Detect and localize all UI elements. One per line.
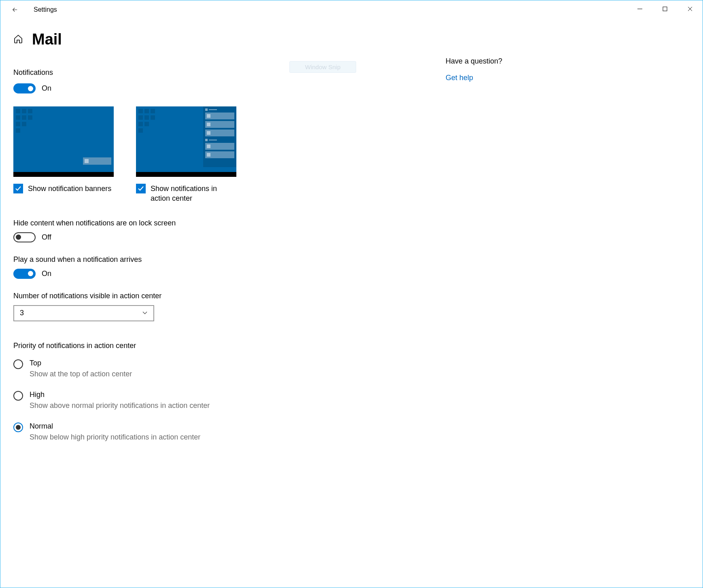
maximize-button[interactable] <box>652 0 678 17</box>
action-center-preview <box>136 106 236 177</box>
play-sound-toggle[interactable] <box>13 269 36 279</box>
svg-rect-1 <box>663 7 667 11</box>
show-action-center-checkbox[interactable] <box>136 184 146 193</box>
hide-content-toggle[interactable] <box>13 232 36 242</box>
page-header: Mail <box>13 31 446 48</box>
page-title: Mail <box>32 31 62 48</box>
priority-title-normal: Normal <box>30 422 200 431</box>
play-sound-label: Play a sound when a notification arrives <box>13 255 446 264</box>
banner-preview <box>13 106 114 177</box>
priority-desc-top: Show at the top of action center <box>30 370 132 378</box>
visible-count-value: 3 <box>20 309 24 317</box>
visible-count-label: Number of notifications visible in actio… <box>13 292 446 300</box>
priority-desc-normal: Show below high priority notifications i… <box>30 433 200 442</box>
window-snip-ghost: Window Snip <box>289 61 356 73</box>
priority-radio-normal[interactable] <box>13 422 23 432</box>
window-controls <box>627 0 703 17</box>
hide-content-state: Off <box>42 233 51 242</box>
notifications-heading: Notifications <box>13 68 446 77</box>
show-banners-checkbox[interactable] <box>13 184 23 193</box>
back-button[interactable] <box>4 0 25 19</box>
check-icon <box>138 185 144 192</box>
visible-count-dropdown[interactable]: 3 <box>13 305 154 321</box>
home-icon <box>13 34 23 44</box>
show-action-center-label: Show notifications in action center <box>151 184 236 204</box>
show-banners-label: Show notification banners <box>28 184 111 193</box>
hide-content-label: Hide content when notifications are on l… <box>13 219 446 227</box>
arrow-left-icon <box>11 6 19 13</box>
check-icon <box>15 185 21 192</box>
minimize-button[interactable] <box>627 0 652 17</box>
chevron-down-icon <box>142 309 148 317</box>
help-heading: Have a question? <box>446 57 502 66</box>
close-icon <box>687 6 693 12</box>
priority-title-high: High <box>30 391 210 399</box>
notifications-toggle[interactable] <box>13 83 36 93</box>
maximize-icon <box>662 6 668 12</box>
play-sound-state: On <box>42 270 51 278</box>
minimize-icon <box>637 6 643 12</box>
home-button[interactable] <box>13 34 23 45</box>
titlebar: Settings <box>0 0 703 19</box>
priority-title-top: Top <box>30 359 132 367</box>
close-button[interactable] <box>678 0 703 17</box>
priority-radio-high[interactable] <box>13 391 23 401</box>
get-help-link[interactable]: Get help <box>446 74 502 82</box>
priority-radio-top[interactable] <box>13 359 23 369</box>
priority-heading: Priority of notifications in action cent… <box>13 342 446 350</box>
window-title: Settings <box>34 6 57 13</box>
notifications-toggle-state: On <box>42 84 51 93</box>
priority-desc-high: Show above normal priority notifications… <box>30 401 210 410</box>
